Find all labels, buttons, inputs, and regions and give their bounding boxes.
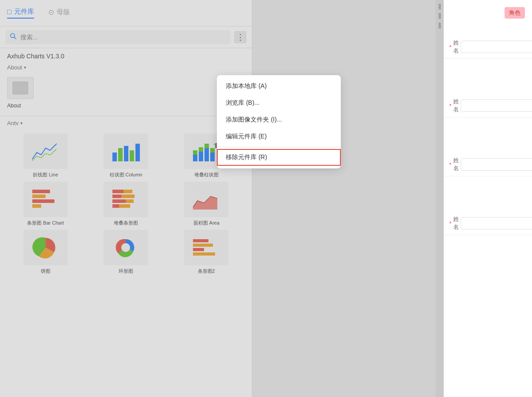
field-label-1: 姓名 xyxy=(453,39,459,55)
field-row-4: * 姓名 xyxy=(444,212,532,235)
field-input-4[interactable] xyxy=(461,217,532,229)
menu-item-edit-lib-label: 编辑元件库 (E) xyxy=(226,133,267,141)
role-badge: 角色 xyxy=(505,7,525,19)
field-required-4: * xyxy=(449,220,451,227)
field-label-4: 姓名 xyxy=(453,215,459,231)
field-required-1: * xyxy=(449,44,451,50)
right-panel: 角色 * 姓名 * 姓名 * 姓名 * 姓名 xyxy=(443,0,532,397)
menu-item-browse[interactable]: 浏览库 (B)... xyxy=(217,95,341,111)
ruler-mark-200: 200 xyxy=(438,4,442,9)
field-input-1[interactable] xyxy=(461,41,532,53)
field-row-3: * 姓名 xyxy=(444,153,532,176)
field-row-2: * 姓名 xyxy=(444,94,532,118)
menu-item-edit-lib[interactable]: 编辑元件库 (E) xyxy=(217,128,341,145)
field-required-2: * xyxy=(449,103,451,109)
menu-item-browse-label: 浏览库 (B)... xyxy=(226,99,259,107)
field-input-2[interactable] xyxy=(461,99,532,112)
ruler-mark-300: 300 xyxy=(438,13,442,19)
menu-item-remove-lib[interactable]: 移除元件库 (R) xyxy=(217,149,341,166)
field-required-3: * xyxy=(449,161,451,168)
field-label-3: 姓名 xyxy=(453,157,459,172)
menu-item-add-image-folder-label: 添加图像文件夹 (I)... xyxy=(226,116,282,124)
menu-item-add-local[interactable]: 添加本地库 (A) xyxy=(217,78,341,95)
menu-item-add-local-label: 添加本地库 (A) xyxy=(226,82,267,90)
menu-divider xyxy=(217,147,341,147)
ruler-mark-400: 400 xyxy=(438,23,442,28)
ruler-vertical: 200 300 400 xyxy=(436,0,443,397)
field-row-1: * 姓名 xyxy=(444,35,532,59)
menu-item-add-image-folder[interactable]: 添加图像文件夹 (I)... xyxy=(217,111,341,128)
canvas-area: 200 300 400 xyxy=(252,0,443,397)
menu-item-remove-lib-label: 移除元件库 (R) xyxy=(226,153,267,161)
menu-overlay xyxy=(0,0,252,397)
context-menu: 添加本地库 (A) 浏览库 (B)... 添加图像文件夹 (I)... 编辑元件… xyxy=(217,75,341,168)
field-label-2: 姓名 xyxy=(453,98,459,114)
field-input-3[interactable] xyxy=(461,158,532,171)
